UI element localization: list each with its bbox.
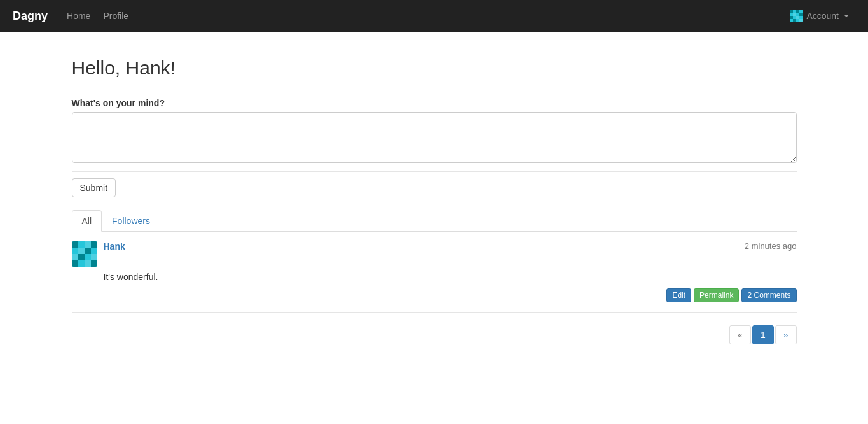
main-content: Hello, Hank! What's on your mind? Submit… <box>59 32 809 370</box>
pagination-prev[interactable]: « <box>729 325 751 344</box>
svg-rect-22 <box>72 248 78 254</box>
svg-rect-2 <box>793 10 796 13</box>
form-separator <box>72 171 797 172</box>
svg-rect-23 <box>78 248 85 254</box>
edit-button[interactable]: Edit <box>666 288 691 302</box>
post-meta: Hank 2 minutes ago <box>104 241 797 251</box>
post-body: It's wonderful. <box>104 272 797 282</box>
svg-rect-4 <box>799 10 803 13</box>
svg-rect-16 <box>799 19 803 22</box>
svg-rect-13 <box>790 19 793 22</box>
svg-rect-32 <box>85 260 91 267</box>
post-actions: Edit Permalink 2 Comments <box>72 288 797 302</box>
account-avatar-icon <box>790 10 803 22</box>
svg-rect-19 <box>78 241 85 248</box>
tab-followers-link[interactable]: Followers <box>102 210 160 232</box>
nav-item-profile: Profile <box>97 1 135 31</box>
svg-rect-5 <box>790 13 793 16</box>
pagination-page-1[interactable]: 1 <box>752 325 774 344</box>
svg-rect-1 <box>790 10 793 13</box>
tab-all-link[interactable]: All <box>72 210 102 232</box>
svg-rect-21 <box>91 241 97 248</box>
svg-rect-18 <box>72 241 78 248</box>
svg-rect-10 <box>793 16 796 19</box>
svg-rect-11 <box>796 16 799 19</box>
post-header: Hank 2 minutes ago <box>72 241 797 267</box>
nav-item-home: Home <box>60 1 97 31</box>
svg-rect-30 <box>72 260 78 267</box>
svg-rect-33 <box>91 260 97 267</box>
svg-rect-28 <box>85 254 91 260</box>
pagination: « 1 » <box>72 325 797 344</box>
permalink-button[interactable]: Permalink <box>694 288 739 302</box>
tab-followers: Followers <box>102 210 160 232</box>
page-greeting: Hello, Hank! <box>72 57 797 79</box>
svg-rect-20 <box>85 241 91 248</box>
svg-rect-14 <box>793 19 796 22</box>
brand-link[interactable]: Dagny <box>13 10 48 23</box>
svg-rect-8 <box>799 13 803 16</box>
svg-rect-24 <box>85 248 91 254</box>
filter-tabs: All Followers <box>72 210 797 232</box>
post-author-avatar <box>72 241 97 267</box>
posts-list: Hank 2 minutes ago It's wonderful. Edit … <box>72 232 797 313</box>
svg-rect-7 <box>796 13 799 16</box>
navbar: Dagny Home Profile <box>0 0 868 32</box>
svg-rect-29 <box>91 254 97 260</box>
account-button[interactable]: Account <box>783 10 855 22</box>
submit-button[interactable]: Submit <box>72 178 116 197</box>
svg-rect-6 <box>793 13 796 16</box>
nav-links: Home Profile <box>60 1 783 31</box>
comments-button[interactable]: 2 Comments <box>741 288 796 302</box>
account-caret-icon <box>844 15 849 17</box>
svg-rect-26 <box>72 254 78 260</box>
svg-rect-12 <box>799 16 803 19</box>
post-textarea[interactable] <box>72 112 797 163</box>
tab-all: All <box>72 210 102 232</box>
post-item: Hank 2 minutes ago It's wonderful. Edit … <box>72 232 797 313</box>
svg-rect-31 <box>78 260 85 267</box>
post-form-label: What's on your mind? <box>72 98 797 108</box>
svg-rect-27 <box>78 254 85 260</box>
svg-rect-15 <box>796 19 799 22</box>
svg-rect-25 <box>91 248 97 254</box>
nav-link-profile[interactable]: Profile <box>97 1 135 31</box>
pagination-next[interactable]: » <box>775 325 797 344</box>
svg-rect-3 <box>796 10 799 13</box>
nav-link-home[interactable]: Home <box>60 1 97 31</box>
account-label: Account <box>806 11 839 21</box>
navbar-right: Account <box>783 10 855 22</box>
post-form: What's on your mind? Submit <box>72 98 797 210</box>
svg-rect-9 <box>790 16 793 19</box>
post-author-link[interactable]: Hank <box>104 241 125 251</box>
post-time: 2 minutes ago <box>745 241 797 251</box>
